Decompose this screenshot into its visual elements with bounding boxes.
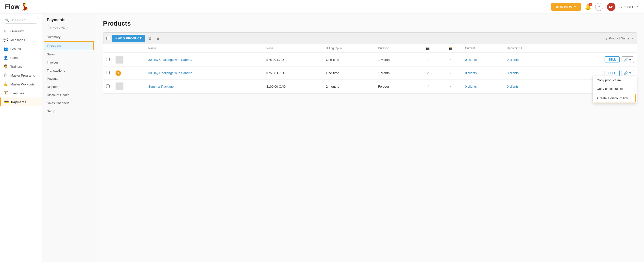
current-clients-link[interactable]: 0 clients — [465, 85, 477, 88]
check2-icon: ✓ — [449, 58, 452, 61]
subnav-item-setup[interactable]: Setup — [42, 107, 96, 115]
row-duration-cell: 1 Month — [375, 53, 416, 67]
notification-count: 1 — [589, 3, 592, 6]
link-icon: 🔗 — [624, 71, 628, 75]
th-col5: 📷 — [416, 44, 439, 53]
add-product-button[interactable]: + ADD PRODUCT — [112, 35, 145, 42]
sidebar-item-payments[interactable]: 💳 Payments — [0, 97, 42, 106]
subnav-item-disputes[interactable]: Disputes — [42, 83, 96, 91]
not-live-badge[interactable]: NOT LIVE — [47, 25, 68, 30]
dropdown-caret-icon: ▼ — [628, 71, 632, 75]
upcoming-clients-link[interactable]: 0 clients — [507, 71, 518, 75]
add-new-caret-icon: ▼ — [574, 5, 576, 8]
table-row: 30 Day Challenge with Sabrina $75.00 CAD… — [103, 53, 637, 67]
action-cell: SELL 🔗 ▼ — [556, 56, 634, 63]
row-checkbox[interactable] — [106, 58, 110, 61]
top-nav-right: ADD NEW ▼ 🔔 1 ? SH Sabrina H. ▼ — [551, 3, 639, 11]
logo-name: Flow — [5, 3, 20, 10]
subnav-item-products[interactable]: Products — [44, 41, 94, 50]
th-upcoming: Upcoming ℹ — [504, 44, 554, 53]
add-new-button[interactable]: ADD NEW ▼ — [551, 3, 581, 11]
subnav-item-payouts[interactable]: Payouts — [42, 75, 96, 83]
help-icon: ? — [598, 5, 600, 9]
upcoming-clients-link[interactable]: 0 clients — [507, 58, 518, 61]
sidebar-item-label: Exercises — [10, 91, 24, 95]
create-discount-link-option[interactable]: Create a discount link — [594, 94, 636, 102]
logo-area: Flow 💃 — [5, 3, 29, 11]
th-billing-cycle: Billing Cycle — [323, 44, 375, 53]
copy-product-link-option[interactable]: Copy product link — [593, 76, 636, 84]
subnav-item-invoices[interactable]: Invoices — [42, 58, 96, 66]
not-live-label: NOT LIVE — [52, 26, 65, 29]
sidebar-item-clients[interactable]: 👤 Clients — [0, 53, 42, 62]
sidebar-item-messages[interactable]: 💬 Messages — [0, 35, 42, 44]
select-all-checkbox[interactable] — [106, 37, 110, 40]
copy-icon-button[interactable]: ⧉ — [147, 35, 153, 42]
current-clients-link[interactable]: 0 clients — [465, 58, 477, 61]
row-upcoming-cell: 0 clients — [504, 53, 554, 67]
table-row: Summer Package $100.00 CAD 2 months Fore… — [103, 79, 637, 94]
notification-bell[interactable]: 🔔 1 — [585, 4, 591, 10]
help-button[interactable]: ? — [595, 3, 603, 11]
row-thumb-cell — [112, 53, 145, 67]
trash-icon: 🗑 — [156, 36, 160, 40]
sidebar-item-label: Groups — [10, 47, 21, 51]
sidebar-item-master-programs[interactable]: 📋 Master Programs — [0, 71, 42, 80]
row-thumb-cell — [112, 79, 145, 94]
sidebar-item-groups[interactable]: 👥 Groups — [0, 44, 42, 53]
link-dropdown-button[interactable]: 🔗 ▼ — [622, 56, 634, 63]
row-billing-cell: One-time — [323, 67, 375, 79]
sidebar-item-trainers[interactable]: 🧑‍💼 Trainers — [0, 62, 42, 71]
products-table-wrapper: + ADD PRODUCT ⧉ 🗑 ↑↓ Product Name ▼ — [103, 32, 637, 94]
link-dropdown-menu: Copy product link Copy checkout link Cre… — [592, 76, 637, 103]
user-name[interactable]: Sabrina H. ▼ — [619, 5, 639, 9]
th-col6: 📸 — [439, 44, 462, 53]
delete-icon-button[interactable]: 🗑 — [155, 35, 162, 42]
upcoming-clients-link[interactable]: 0 clients — [507, 85, 518, 88]
sidebar-item-overview[interactable]: ⊞ Overview — [0, 26, 42, 35]
subnav-item-transactions[interactable]: Transactions — [42, 66, 96, 75]
master-programs-icon: 📋 — [4, 73, 8, 78]
product-name-link[interactable]: 30 Day Challenge with Sabrina — [148, 58, 192, 61]
row-upcoming-cell: 0 clients — [504, 67, 554, 79]
not-live-dot-icon — [50, 26, 52, 28]
th-actions — [554, 44, 637, 53]
row-current-cell: 0 clients — [462, 79, 504, 94]
row-thumb-cell: 1 — [112, 67, 145, 79]
subnav-item-summary[interactable]: Summary — [42, 33, 96, 41]
client-search[interactable]: 🔍 Find a client — [2, 17, 39, 24]
row-price-cell: $75.00 CAD — [263, 67, 323, 79]
sell-button[interactable]: SELL — [604, 70, 620, 76]
toolbar-right: ↑↓ Product Name ▼ — [604, 36, 634, 40]
product-name-link[interactable]: Summer Package — [148, 85, 174, 88]
product-thumbnail — [116, 56, 124, 63]
th-checkbox — [103, 44, 112, 53]
add-new-label: ADD NEW — [556, 5, 572, 9]
current-clients-link[interactable]: 0 clients — [465, 71, 477, 75]
subnav-item-sales[interactable]: Sales — [42, 50, 96, 58]
row-checkbox-cell — [103, 67, 112, 79]
master-workouts-icon: 💪 — [4, 82, 8, 86]
main-layout: 🔍 Find a client ⊞ Overview 💬 Messages 👥 … — [0, 14, 644, 262]
action-cell: SELL 🔗 ▼ — [556, 70, 634, 76]
products-toolbar: + ADD PRODUCT ⧉ 🗑 ↑↓ Product Name ▼ — [103, 32, 637, 44]
subnav-item-sales-channels[interactable]: Sales Channels — [42, 99, 96, 107]
sidebar-item-label: Master Programs — [10, 74, 35, 77]
sell-button[interactable]: SELL — [604, 56, 620, 63]
sidebar-item-label: Master Workouts — [10, 82, 34, 86]
link-dropdown-button[interactable]: 🔗 ▼ — [622, 70, 634, 76]
product-name-link[interactable]: 30 Day Challenge with Sabrina — [148, 71, 192, 75]
sidebar-item-exercises[interactable]: 🏋️ Exercises — [0, 89, 42, 97]
row-checkbox[interactable] — [106, 84, 110, 88]
row-checkbox[interactable] — [106, 71, 110, 74]
row-duration-cell: Forever — [375, 79, 416, 94]
sidebar: 🔍 Find a client ⊞ Overview 💬 Messages 👥 … — [0, 14, 42, 262]
logo-icon: 💃 — [20, 3, 29, 11]
subnav-item-discount-codes[interactable]: Discount Codes — [42, 91, 96, 99]
row-duration-cell: 1 Month — [375, 67, 416, 79]
sidebar-item-master-workouts[interactable]: 💪 Master Workouts — [0, 80, 42, 89]
row-checkbox-cell — [103, 79, 112, 94]
row-check1-cell: ✓ — [416, 79, 439, 94]
th-name: Name — [145, 44, 264, 53]
copy-checkout-link-option[interactable]: Copy checkout link — [593, 84, 636, 93]
